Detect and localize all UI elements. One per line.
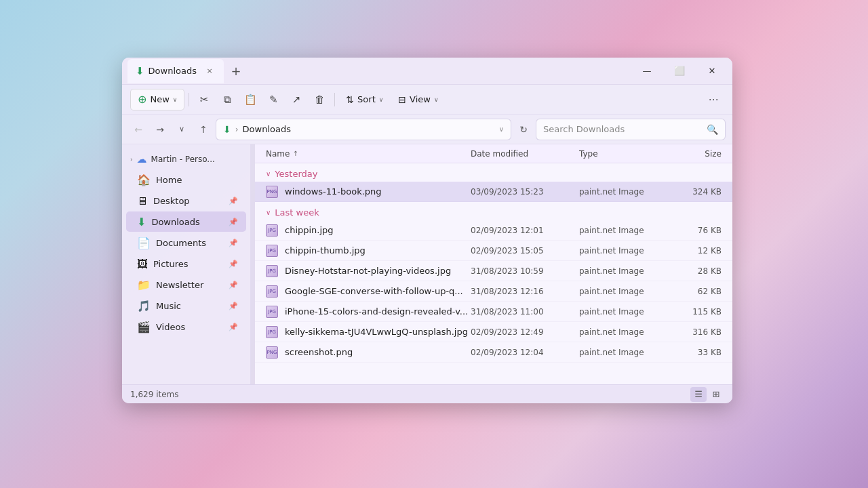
- status-bar: 1,629 items ☰ ⊞: [122, 384, 732, 403]
- address-download-icon: ⬇: [223, 124, 231, 135]
- up-icon: ↑: [199, 124, 208, 135]
- back-button[interactable]: ←: [129, 120, 148, 139]
- col-type-header[interactable]: Type: [579, 148, 667, 159]
- pictures-pin-icon: 📌: [229, 260, 238, 268]
- address-bar[interactable]: ⬇ › Downloads ∨: [216, 119, 511, 140]
- file-name-2: chippin.jpg: [285, 225, 471, 235]
- videos-icon: 🎬: [137, 321, 151, 333]
- maximize-button[interactable]: ⬜: [665, 60, 694, 82]
- cloud-label: Martin - Perso...: [151, 155, 215, 164]
- share-icon: ↗: [292, 94, 301, 106]
- rename-button[interactable]: ✎: [262, 89, 284, 110]
- sidebar-item-home[interactable]: 🏠 Home: [126, 169, 246, 190]
- file-size-2: 76 KB: [667, 226, 722, 235]
- table-row[interactable]: JPG Disney-Hotstar-not-playing-videos.jp…: [255, 261, 732, 281]
- file-icon-7: JPG: [266, 326, 279, 338]
- copy-icon: ⧉: [224, 94, 231, 106]
- file-icon-6: JPG: [266, 306, 279, 318]
- forward-icon: →: [156, 124, 164, 135]
- sidebar-item-downloads[interactable]: ⬇ Downloads 📌: [126, 211, 246, 232]
- table-row[interactable]: JPG chippin-thumb.jpg 02/09/2023 15:05 p…: [255, 241, 732, 261]
- tab-downloads[interactable]: ⬇ Downloads ×: [127, 59, 224, 83]
- group-header-yesterday[interactable]: ∨ Yesterday: [255, 163, 732, 182]
- col-date-header[interactable]: Date modified: [471, 148, 579, 159]
- search-icon: 🔍: [707, 124, 718, 135]
- file-date-6: 31/08/2023 11:00: [471, 307, 579, 317]
- new-chevron-icon: ∨: [173, 96, 178, 103]
- file-date-1: 03/09/2023 15:23: [471, 187, 579, 197]
- delete-button[interactable]: 🗑: [309, 89, 330, 110]
- new-button[interactable]: ⊕ New ∨: [130, 89, 184, 110]
- sidebar-item-documents[interactable]: 📄 Documents 📌: [126, 232, 246, 253]
- sidebar-item-desktop[interactable]: 🖥 Desktop 📌: [126, 190, 246, 211]
- dropdown-button[interactable]: ∨: [172, 120, 191, 139]
- delete-icon: 🗑: [315, 94, 325, 106]
- sidebar-item-label-newsletter: Newsletter: [156, 280, 203, 290]
- more-button[interactable]: ⋯: [703, 89, 724, 110]
- sort-label: Sort: [357, 94, 376, 104]
- sidebar-cloud-account[interactable]: › ☁ Martin - Perso...: [122, 150, 250, 169]
- cut-button[interactable]: ✂: [193, 89, 215, 110]
- file-type-1: paint.net Image: [579, 187, 667, 197]
- toolbar-separator-2: [334, 93, 335, 106]
- new-icon: ⊕: [138, 93, 146, 106]
- image-file-icon: JPG: [266, 326, 278, 338]
- sidebar-item-videos[interactable]: 🎬 Videos 📌: [126, 317, 246, 337]
- group-header-lastweek[interactable]: ∨ Last week: [255, 202, 732, 220]
- paste-icon: 📋: [244, 94, 257, 106]
- table-row[interactable]: JPG chippin.jpg 02/09/2023 12:01 paint.n…: [255, 220, 732, 241]
- table-row[interactable]: JPG iPhone-15-colors-and-design-revealed…: [255, 302, 732, 322]
- tab-close-button[interactable]: ×: [203, 65, 216, 77]
- file-type-8: paint.net Image: [579, 348, 667, 357]
- file-date-2: 02/09/2023 12:01: [471, 226, 579, 235]
- downloads-pin-icon: 📌: [229, 218, 238, 226]
- file-icon-3: JPG: [266, 245, 279, 257]
- share-button[interactable]: ↗: [285, 89, 307, 110]
- minimize-button[interactable]: —: [632, 60, 662, 82]
- up-button[interactable]: ↑: [194, 120, 213, 139]
- sidebar-item-label-downloads: Downloads: [151, 217, 199, 227]
- file-name-3: chippin-thumb.jpg: [285, 245, 471, 256]
- col-type-label: Type: [579, 149, 598, 159]
- sort-button[interactable]: ⇅ Sort ∨: [339, 89, 390, 110]
- view-toggle-buttons: ☰ ⊞: [690, 387, 724, 402]
- new-tab-button[interactable]: +: [226, 62, 245, 81]
- address-path-label: Downloads: [243, 124, 291, 134]
- list-view-button[interactable]: ☰: [690, 387, 707, 402]
- forward-button[interactable]: →: [151, 120, 170, 139]
- col-date-label: Date modified: [471, 149, 528, 159]
- nav-bar: ← → ∨ ↑ ⬇ › Downloads ∨ ↻ Search Downloa…: [122, 115, 732, 144]
- file-date-5: 31/08/2023 12:16: [471, 287, 579, 296]
- search-bar[interactable]: Search Downloads 🔍: [536, 119, 726, 140]
- sidebar-item-music[interactable]: 🎵 Music 📌: [126, 296, 246, 316]
- group-label-lastweek: Last week: [275, 207, 319, 218]
- copy-button[interactable]: ⧉: [216, 89, 238, 110]
- file-name-1: windows-11-book.png: [285, 186, 471, 197]
- file-name-5: Google-SGE-converse-with-follow-up-q...: [285, 286, 471, 296]
- view-button[interactable]: ⊟ View ∨: [391, 89, 445, 110]
- table-row[interactable]: PNG screenshot.png 02/09/2023 12:04 pain…: [255, 342, 732, 363]
- sidebar-item-label-pictures: Pictures: [153, 259, 188, 269]
- col-size-header[interactable]: Size: [667, 148, 722, 159]
- sidebar-item-newsletter[interactable]: 📁 Newsletter 📌: [126, 274, 246, 295]
- file-name-7: kelly-sikkema-tJU4VLwwLgQ-unsplash.jpg: [285, 327, 471, 337]
- sidebar-item-pictures[interactable]: 🖼 Pictures 📌: [126, 253, 246, 274]
- col-name-header[interactable]: Name ↑: [266, 149, 471, 159]
- close-button[interactable]: ✕: [697, 60, 727, 82]
- table-row[interactable]: JPG kelly-sikkema-tJU4VLwwLgQ-unsplash.j…: [255, 322, 732, 342]
- table-row[interactable]: JPG Google-SGE-converse-with-follow-up-q…: [255, 281, 732, 302]
- file-size-7: 316 KB: [667, 327, 722, 337]
- sidebar-item-label-videos: Videos: [156, 322, 185, 332]
- content-area: › ☁ Martin - Perso... 🏠 Home 🖥 Desktop 📌…: [122, 144, 732, 384]
- tab-title: Downloads: [149, 66, 197, 76]
- table-row[interactable]: PNG windows-11-book.png 03/09/2023 15:23…: [255, 182, 732, 202]
- refresh-button[interactable]: ↻: [514, 120, 533, 139]
- grid-view-button[interactable]: ⊞: [708, 387, 724, 402]
- item-count: 1,629 items: [130, 390, 179, 399]
- image-file-icon: JPG: [266, 265, 278, 277]
- file-size-4: 28 KB: [667, 266, 722, 276]
- file-icon-4: JPG: [266, 265, 279, 277]
- paste-button[interactable]: 📋: [239, 89, 261, 110]
- file-type-7: paint.net Image: [579, 327, 667, 337]
- image-file-icon: PNG: [266, 346, 278, 359]
